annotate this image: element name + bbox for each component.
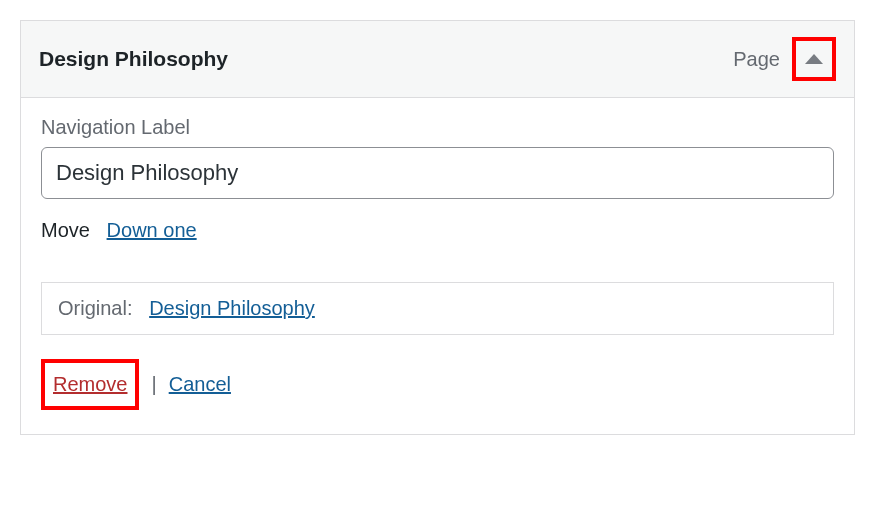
menu-item-header-right: Page [733, 37, 836, 81]
move-section: Move Down one [41, 219, 834, 242]
menu-item-body: Navigation Label Move Down one Original:… [21, 98, 854, 434]
original-box: Original: Design Philosophy [41, 282, 834, 335]
triangle-up-icon [805, 54, 823, 64]
original-page-link[interactable]: Design Philosophy [149, 297, 315, 319]
menu-item-type-label: Page [733, 48, 780, 71]
navigation-label-input[interactable] [41, 147, 834, 199]
navigation-label-field-label: Navigation Label [41, 116, 834, 139]
collapse-toggle-button[interactable] [792, 37, 836, 81]
original-label: Original: [58, 297, 132, 319]
menu-item-panel: Design Philosophy Page Navigation Label … [20, 20, 855, 435]
move-down-one-link[interactable]: Down one [107, 219, 197, 241]
menu-item-header[interactable]: Design Philosophy Page [21, 21, 854, 98]
remove-link-highlight: Remove [41, 359, 139, 410]
action-links-row: Remove | Cancel [41, 359, 834, 410]
menu-item-title: Design Philosophy [39, 47, 228, 71]
remove-link[interactable]: Remove [53, 373, 127, 395]
move-label: Move [41, 219, 90, 241]
action-separator: | [151, 373, 156, 396]
cancel-link[interactable]: Cancel [169, 373, 231, 396]
